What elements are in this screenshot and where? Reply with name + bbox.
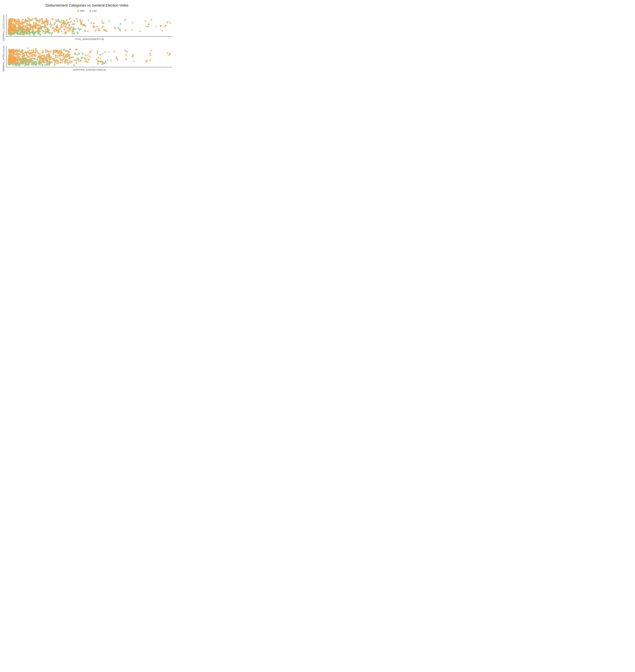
scatter-dot [41,58,42,60]
scatter-dot [125,29,127,31]
scatter-dot [39,22,40,23]
legend: Won Lost [2,9,172,12]
scatter-dot [124,19,126,21]
scatter-dot [100,54,102,56]
scatter-dot [150,19,152,21]
scatter-dot [102,53,104,55]
chart2-container: GENERAL_VOTES (count) OPERATING_EXPENDIT… [2,46,172,72]
scatter-dot [147,26,149,27]
scatter-dot [58,31,59,33]
scatter-dot [76,57,79,59]
scatter-dot [49,55,50,56]
scatter-dot [125,54,127,56]
scatter-dot [12,27,14,29]
scatter-dot [37,30,38,32]
scatter-dot [80,60,82,62]
chart1-scatter [6,15,172,37]
scatter-dot [27,61,29,63]
scatter-dot [46,57,48,59]
scatter-dot [30,58,31,60]
scatter-dot [38,32,39,34]
scatter-dot [89,56,91,58]
scatter-dot [58,19,59,20]
scatter-dot [68,55,69,56]
scatter-dot [19,34,21,35]
scatter-dot [10,31,12,33]
scatter-dot [57,55,59,56]
scatter-dot [87,19,89,21]
scatter-dot [60,50,62,52]
scatter-dot [68,52,70,53]
scatter-dot [32,25,34,27]
scatter-dot [133,61,134,62]
scatter-dot [78,53,80,55]
scatter-dot [96,59,97,60]
scatter-dot [87,54,89,56]
scatter-dot [39,53,41,55]
scatter-dot [59,55,61,57]
scatter-dot [50,50,52,52]
scatter-dot [53,53,54,55]
scatter-dot [63,53,64,55]
scatter-dot [117,59,118,61]
scatter-dot [71,61,73,63]
scatter-dot [40,27,42,28]
scatter-dot [89,59,90,60]
scatter-dot [36,63,38,65]
scatter-dot [78,60,80,62]
scatter-dot [44,27,45,29]
scatter-dot [46,21,48,23]
scatter-dot [47,20,49,21]
scatter-dot [63,58,64,60]
scatter-dot [9,55,11,57]
chart1-area: GENERAL_VOTES (count) TOTAL_DISBURSEMENT… [2,15,172,41]
won-label: Won [80,9,85,12]
scatter-dot [22,25,24,27]
scatter-dot [69,18,71,19]
scatter-dot [67,63,69,65]
chart2-x-label: OPERATING_EXPENDITURES ($) [6,69,172,72]
scatter-dot [27,31,28,33]
scatter-dot [150,55,151,56]
scatter-dot [149,59,151,61]
scatter-dot [98,57,99,58]
legend-won: Won [77,9,85,12]
lost-label: Lost [92,9,96,12]
scatter-dot [18,49,20,50]
scatter-dot [57,30,58,31]
scatter-dot [64,61,65,63]
scatter-dot [10,51,12,53]
main-title: Disbursement Categories vs General Elect… [2,3,172,7]
scatter-dot [66,59,67,60]
scatter-dot [114,28,116,29]
legend-lost: Lost [89,9,96,12]
scatter-dot [14,61,15,63]
scatter-dot [102,64,103,65]
scatter-dot [24,26,26,28]
chart2-inner: OPERATING_EXPENDITURES ($) [6,46,172,72]
scatter-dot [46,23,48,25]
scatter-dot [72,23,74,25]
scatter-dot [75,28,76,30]
scatter-dot [59,20,60,22]
scatter-dot [66,61,68,63]
scatter-dot [80,28,82,30]
scatter-dot [61,62,63,63]
scatter-dot [21,56,23,58]
scatter-dot [27,56,29,58]
scatter-dot [108,20,110,22]
scatter-dot [89,52,91,53]
scatter-dot [52,19,53,20]
scatter-dot [107,59,108,61]
scatter-dot [47,50,49,52]
scatter-dot [14,19,16,21]
scatter-dot [169,22,171,24]
scatter-dot [28,49,30,51]
scatter-dot [100,58,102,59]
scatter-dot [36,20,38,22]
scatter-dot [69,62,71,64]
scatter-dot [60,52,62,54]
lost-dot [89,10,91,12]
scatter-dot [84,30,86,32]
chart2-scatter [6,46,172,67]
